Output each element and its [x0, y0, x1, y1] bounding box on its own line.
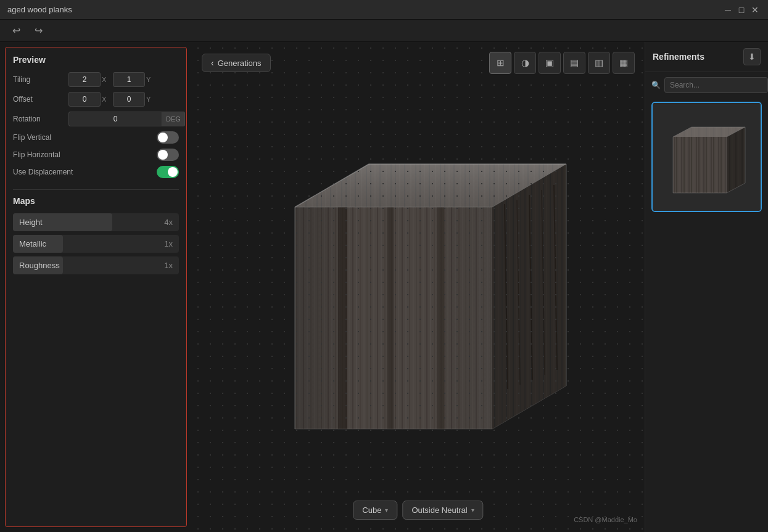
view-icons-group: ⊞◑▣▤▥▦: [489, 52, 635, 74]
viewport: ‹ Generations ⊞◑▣▤▥▦: [192, 42, 645, 532]
close-button[interactable]: ✕: [749, 4, 761, 15]
search-input[interactable]: [664, 77, 768, 93]
use-displacement-label: Use Displacement: [13, 168, 157, 176]
flip-horizontal-track[interactable]: [157, 149, 179, 161]
outside-neutral-chevron-icon: ▾: [471, 507, 474, 514]
rotation-input-wrapper: DEG: [68, 112, 185, 126]
flip-horizontal-toggle[interactable]: [157, 149, 179, 161]
offset-y-axis: Y: [146, 96, 155, 103]
offset-x-axis: X: [102, 96, 110, 103]
undo-button[interactable]: ↩: [7, 22, 25, 39]
tiling-x-axis: X: [102, 76, 110, 83]
rotation-unit: DEG: [162, 112, 185, 126]
offset-x-input[interactable]: [68, 92, 101, 107]
tiling-x-input[interactable]: [68, 72, 101, 87]
maps-container: Height 4x Metallic 1x Roughness 1x: [13, 213, 179, 278]
toolbar: ↩ ↪: [0, 20, 768, 42]
panel-divider: [13, 189, 179, 190]
map-value: 1x: [164, 261, 173, 270]
flip-vertical-row: Flip Vertical: [13, 131, 179, 144]
outside-neutral-label: Outside Neutral: [411, 505, 467, 515]
generations-back-button[interactable]: ‹ Generations: [202, 54, 271, 72]
map-item[interactable]: Roughness 1x: [13, 256, 179, 274]
cube-front-stripe1: [338, 207, 347, 429]
flip-vertical-toggle[interactable]: [157, 131, 179, 144]
main-layout: Preview Tiling X Y Offset X: [0, 42, 768, 532]
outside-neutral-dropdown[interactable]: Outside Neutral ▾: [402, 501, 483, 520]
cube-3d-view: [246, 108, 591, 466]
map-item[interactable]: Height 4x: [13, 213, 179, 231]
offset-row: Offset X Y: [13, 92, 179, 107]
titlebar: aged wood planks ─ □ ✕: [0, 0, 768, 20]
minimize-button[interactable]: ─: [722, 4, 733, 15]
offset-x-wrapper: X: [68, 92, 110, 107]
refinement-cube-svg: [661, 111, 753, 203]
flip-horizontal-thumb: [158, 150, 168, 160]
right-panel-header: Refinements ⬇: [645, 42, 768, 72]
titlebar-controls[interactable]: ─ □ ✕: [722, 4, 761, 15]
refinement-thumbnail[interactable]: [653, 103, 761, 211]
flip-horizontal-label: Flip Horizontal: [13, 150, 157, 159]
offset-y-wrapper: Y: [113, 92, 155, 107]
refinement-item[interactable]: [651, 102, 762, 212]
map-label: Roughness: [19, 261, 60, 270]
rotation-input[interactable]: [68, 112, 162, 126]
cube-viewport: [192, 42, 645, 532]
flip-vertical-track[interactable]: [157, 131, 179, 144]
watermark: CSDN @Maddie_Mo: [574, 516, 637, 523]
tiling-x-wrapper: X: [68, 72, 110, 87]
right-panel: Refinements ⬇ 🔍 ★: [645, 42, 768, 532]
offset-y-input[interactable]: [113, 92, 145, 107]
search-row: 🔍 ★: [645, 72, 768, 98]
maximize-button[interactable]: □: [736, 4, 747, 15]
generations-label: Generations: [218, 59, 262, 68]
sphere-icon[interactable]: ◑: [514, 52, 536, 74]
map-value: 1x: [164, 239, 173, 248]
flip-vertical-thumb: [158, 133, 168, 142]
flip-horizontal-row: Flip Horizontal: [13, 149, 179, 161]
titlebar-title: aged wood planks: [7, 5, 72, 14]
cube-front-stripe2: [387, 207, 394, 429]
maps-title: Maps: [13, 196, 179, 206]
rotation-row: Rotation DEG: [13, 112, 179, 126]
grid-icon[interactable]: ⊞: [489, 52, 511, 74]
preview-title: Preview: [13, 55, 179, 65]
offset-label: Offset: [13, 95, 68, 104]
titlebar-left: aged wood planks: [7, 5, 72, 14]
cube-label: Cube: [362, 505, 381, 515]
use-displacement-track[interactable]: [157, 166, 179, 178]
viewport-toolbar: ‹ Generations ⊞◑▣▤▥▦: [192, 52, 645, 74]
texture-icon[interactable]: ▦: [613, 52, 635, 74]
map-value: 4x: [164, 218, 173, 227]
material-icon[interactable]: ▣: [539, 52, 561, 74]
use-displacement-toggle[interactable]: [157, 166, 179, 178]
redo-button[interactable]: ↪: [30, 22, 47, 39]
svg-marker-31: [727, 127, 745, 193]
svg-marker-30: [673, 137, 727, 193]
checker-icon[interactable]: ▥: [588, 52, 610, 74]
offset-inputs: X Y: [68, 92, 179, 107]
tiling-inputs: X Y: [68, 72, 179, 87]
flip-vertical-label: Flip Vertical: [13, 133, 157, 142]
cube-chevron-icon: ▾: [385, 507, 388, 514]
lines-icon[interactable]: ▤: [563, 52, 585, 74]
viewport-bottom: Cube ▾ Outside Neutral ▾: [353, 501, 483, 520]
refinements-title: Refinements: [653, 52, 704, 62]
map-item[interactable]: Metallic 1x: [13, 235, 179, 253]
use-displacement-row: Use Displacement: [13, 166, 179, 178]
rotation-label: Rotation: [13, 115, 68, 123]
map-label: Height: [19, 218, 43, 227]
tiling-y-input[interactable]: [113, 72, 145, 87]
use-displacement-thumb: [168, 167, 178, 177]
cube-front-stripe3: [437, 207, 444, 429]
search-icon: 🔍: [651, 81, 661, 89]
download-button[interactable]: ⬇: [743, 48, 761, 65]
tiling-label: Tiling: [13, 75, 68, 84]
map-label: Metallic: [19, 239, 46, 248]
left-panel: Preview Tiling X Y Offset X: [5, 47, 187, 527]
tiling-row: Tiling X Y: [13, 72, 179, 87]
download-icon: ⬇: [748, 52, 756, 62]
tiling-y-wrapper: Y: [113, 72, 155, 87]
back-chevron-icon: ‹: [211, 58, 214, 68]
cube-dropdown[interactable]: Cube ▾: [353, 501, 397, 520]
